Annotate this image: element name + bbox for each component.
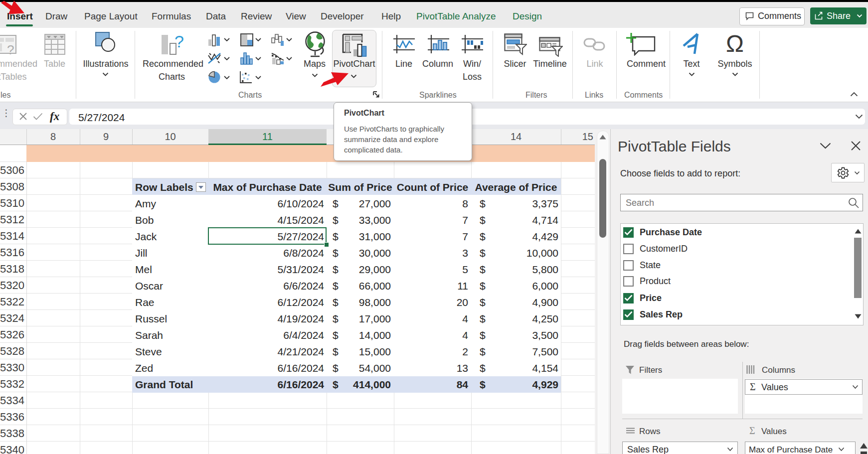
svg-text:?: ? [174, 32, 184, 51]
svg-text:?: ? [7, 42, 14, 56]
